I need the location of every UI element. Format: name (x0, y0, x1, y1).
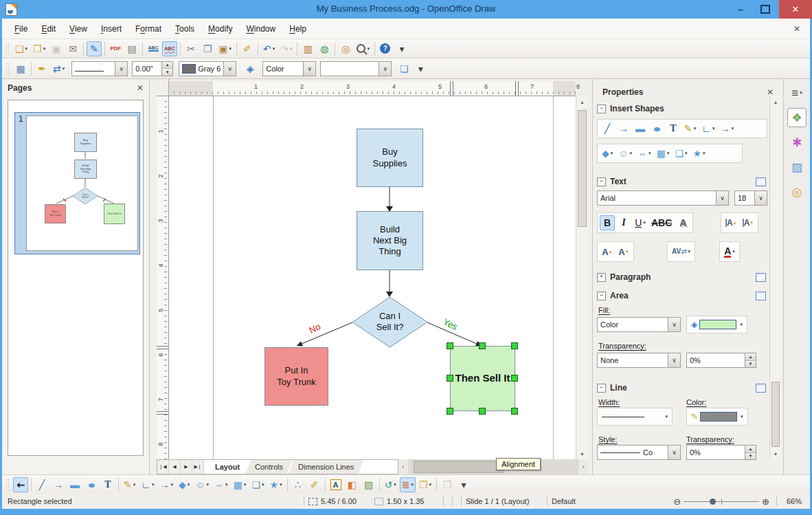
line-dialog-button[interactable]: ✒ (34, 61, 49, 76)
dropdown-arrow-icon[interactable]: ▾ (800, 90, 802, 96)
line-transparency-spinner[interactable]: 0% ▲▼ (686, 445, 756, 460)
chart-button[interactable]: ▥ (300, 41, 315, 56)
spin-up-icon[interactable]: ▲ (745, 353, 756, 361)
menu-edit[interactable]: Edit (34, 21, 63, 36)
title-bar[interactable]: My Business Process.odg - OpenOffice Dra… (0, 0, 812, 19)
export-pdf-button[interactable]: PDF (108, 41, 123, 56)
menu-file[interactable]: File (8, 21, 34, 36)
dropdown-arrow-icon[interactable]: ▾ (741, 414, 743, 419)
open-button[interactable]: ❒▾ (31, 41, 47, 56)
standard-toolbar-overflow[interactable]: ▾ (394, 41, 409, 56)
undo-button[interactable]: ↶▾ (261, 41, 277, 56)
insert-stars-button[interactable]: ★▾ (690, 146, 707, 161)
help-button[interactable]: ? (378, 41, 393, 56)
dropdown-arrow-icon[interactable]: ∨ (668, 318, 680, 331)
menu-modify[interactable]: Modify (201, 21, 239, 36)
dropdown-arrow-icon[interactable]: ∨ (668, 353, 680, 367)
dropdown-arrow-icon[interactable]: ▾ (229, 46, 232, 52)
spin-down-icon[interactable]: ▼ (745, 361, 756, 368)
insert-basic-shapes-button[interactable]: ◆▾ (600, 146, 615, 161)
selection-handle[interactable] (447, 408, 453, 415)
selection-handle[interactable] (479, 342, 486, 349)
symbol-shapes-button[interactable]: ☺▾ (193, 477, 211, 492)
spinner-buttons[interactable]: ▲▼ (161, 62, 172, 76)
node-can-i-sell-it[interactable]: Can I Sell It? (352, 305, 427, 339)
line-width-spinner[interactable]: 0.00" ▲▼ (132, 61, 173, 76)
canvas-vertical-scrollbar[interactable]: ▲ ▼ (576, 96, 588, 459)
properties-scrollbar[interactable]: ▲ ▼ (769, 96, 781, 459)
block-arrows-button[interactable]: ⇔▾ (212, 477, 230, 492)
new-button[interactable]: ❑▾ (13, 41, 30, 56)
scroll-up-icon[interactable]: ▲ (576, 96, 588, 107)
dropdown-arrow-icon[interactable]: ▾ (262, 482, 264, 487)
dropdown-arrow-icon[interactable]: ▾ (63, 66, 65, 72)
clone-formatting-button[interactable]: ✐ (240, 41, 255, 56)
vertical-ruler[interactable]: 12345678 (157, 96, 169, 459)
dropdown-arrow-icon[interactable]: ∨ (668, 446, 680, 459)
first-page-button[interactable]: ❘◀ (157, 460, 169, 474)
edit-file-button[interactable]: ✎ (87, 41, 102, 56)
spin-down-icon[interactable]: ▼ (745, 453, 756, 460)
dropdown-arrow-icon[interactable]: ▾ (244, 482, 247, 487)
menu-window[interactable]: Window (239, 21, 282, 36)
section-text[interactable]: − Text (597, 177, 766, 186)
dropdown-arrow-icon[interactable]: ▾ (188, 482, 190, 487)
zoom-in-icon[interactable]: ⊕ (762, 496, 769, 507)
font-color-button[interactable]: A▾ (722, 244, 737, 259)
menu-format[interactable]: Format (128, 21, 168, 36)
selection-handle[interactable] (447, 375, 453, 382)
toolbar-grip[interactable] (5, 63, 10, 75)
cut-button[interactable]: ✂ (183, 41, 199, 56)
dropdown-arrow-icon[interactable]: ▾ (43, 46, 46, 52)
dropdown-arrow-icon[interactable]: ▾ (273, 46, 275, 52)
dropdown-arrow-icon[interactable]: ▾ (694, 126, 697, 131)
tab-controls[interactable]: Controls (245, 460, 293, 474)
alignment-button[interactable]: ≣▾ (400, 477, 416, 492)
dropdown-arrow-icon[interactable]: ▾ (649, 151, 651, 156)
properties-close-icon[interactable]: ✕ (767, 87, 774, 97)
font-size-combo[interactable]: 18 ∨ (734, 190, 767, 206)
node-then-sell-it[interactable]: Then Sell It (450, 346, 515, 411)
dropdown-arrow-icon[interactable]: ∨ (754, 191, 767, 205)
fill-color-combo[interactable]: ∨ (320, 61, 392, 76)
insert-line-button[interactable]: ╱ (600, 121, 615, 136)
canvas-horizontal-scrollbar[interactable]: ‹ › (398, 459, 588, 474)
zoom-slider-thumb[interactable] (710, 498, 716, 505)
dropdown-arrow-icon[interactable]: ▾ (688, 249, 691, 254)
insert-symbol-shapes-button[interactable]: ☺▾ (616, 146, 634, 161)
section-paragraph[interactable]: + Paragraph (597, 272, 766, 282)
line-style-combo[interactable]: ∨ (71, 61, 128, 76)
tab-dimension-lines[interactable]: Dimension Lines (289, 460, 363, 474)
dropdown-arrow-icon[interactable]: ▾ (411, 482, 414, 487)
next-page-button[interactable]: ▶ (181, 460, 192, 474)
zoom-out-icon[interactable]: ⊖ (673, 496, 681, 507)
drawing-canvas[interactable]: Buy Supplies Build Next Big Thing Can I … (169, 96, 576, 459)
zoom-slider[interactable] (684, 497, 759, 506)
insert-rectangle-button[interactable]: ▬ (633, 121, 648, 136)
insert-ellipse-button[interactable]: ● (649, 121, 664, 136)
insert-block-arrows-button[interactable]: ⇔▾ (635, 146, 653, 161)
dropdown-arrow-icon[interactable]: ▾ (152, 482, 155, 487)
line-button[interactable]: ╱ (34, 477, 49, 492)
expand-icon[interactable]: + (597, 273, 606, 282)
arrow-button[interactable]: → (51, 477, 66, 492)
scroll-right-icon[interactable]: › (578, 459, 588, 474)
last-page-button[interactable]: ▶❘ (192, 460, 204, 474)
spin-up-icon[interactable]: ▲ (162, 62, 172, 69)
section-area[interactable]: − Area (597, 291, 766, 300)
insert-connector-button[interactable]: ∟▾ (699, 121, 717, 136)
menu-help[interactable]: Help (282, 21, 313, 36)
rectangle-button[interactable]: ▬ (67, 477, 82, 492)
line-color-combo[interactable]: Gray 6 ∨ (179, 61, 236, 76)
selection-handle[interactable] (447, 342, 453, 349)
insert-curve-button[interactable]: ✎▾ (682, 121, 698, 136)
tab-shapes[interactable]: ✱ (787, 133, 807, 152)
line-style-select[interactable]: Co ∨ (597, 445, 681, 460)
dropdown-arrow-icon[interactable]: ▾ (740, 322, 743, 327)
dialog-launcher-icon[interactable] (756, 292, 766, 300)
hyperlink-button[interactable]: ◍ (317, 41, 332, 56)
decrease-spacing-button[interactable]: A▼ (741, 215, 756, 230)
fill-style-combo[interactable]: Color ∨ (597, 317, 681, 332)
selection-handle[interactable] (479, 408, 486, 415)
dropdown-arrow-icon[interactable]: ▾ (643, 220, 646, 226)
